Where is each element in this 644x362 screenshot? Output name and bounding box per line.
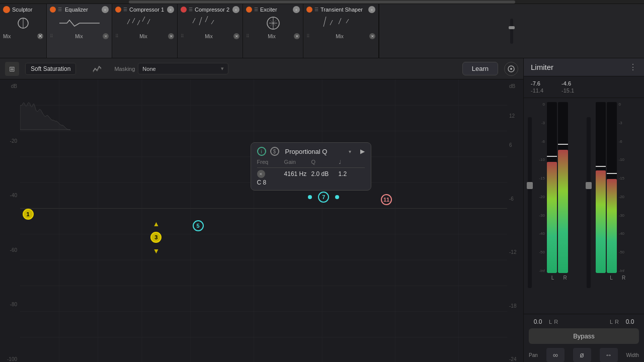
svg-line-18 — [339, 18, 341, 24]
bottom-icons: Pan ∞ ø ↔ Width — [529, 348, 639, 362]
compressor1-close[interactable]: ● — [167, 6, 174, 13]
transient-close[interactable]: ● — [368, 6, 375, 13]
transient-footer: ⠿ Mix ✕ — [306, 33, 375, 39]
gr-thumb-right[interactable] — [586, 182, 592, 189]
compressor2-x[interactable]: ✕ — [233, 33, 239, 39]
svg-line-4 — [137, 20, 140, 25]
plugin-item-compressor1[interactable]: ☰ Compressor 1 ● ⠿ Mix ✕ — [112, 4, 178, 58]
band-dropdown-arrow[interactable]: ▾ — [349, 149, 351, 154]
comp2-drag[interactable]: ⠿ — [181, 34, 184, 39]
compressor2-footer: ⠿ Mix ✕ — [181, 33, 239, 39]
eq-dot-left[interactable] — [308, 195, 312, 199]
band-q-val: 1.2 — [339, 170, 365, 177]
eq-node-7[interactable]: 7 — [318, 192, 329, 203]
exciter-name: Exciter — [260, 7, 291, 13]
eq-node-7-group: 7 — [308, 192, 339, 203]
fader-thumb[interactable] — [509, 26, 515, 29]
plugin-item-equalizer[interactable]: ☰ Equalizer ● ⠿ Mix ✕ — [47, 4, 112, 58]
meters-area: 0 -3 -6 -10 -15 -20 -30 -40 -50 -Inf — [524, 98, 644, 314]
equalizer-power[interactable] — [50, 7, 56, 13]
limiter-menu-btn[interactable]: ⋮ — [629, 62, 637, 72]
exciter-footer: ⠿ Mix ✕ — [246, 33, 300, 39]
eq-drag-handle[interactable]: ⠿ — [50, 34, 53, 39]
band-freq-val: 4161 Hz — [284, 170, 310, 177]
masking-dropdown[interactable]: None ▾ — [138, 63, 228, 74]
sculptor-close[interactable]: ✕ — [37, 33, 43, 39]
db-scale-right: 0 -3 -6 -10 -15 -20 -30 -40 -50 -Inf — [618, 102, 627, 273]
link-button[interactable]: ∞ — [546, 348, 565, 362]
masking-chevron: ▾ — [221, 65, 224, 72]
eq-node-11[interactable]: 11 — [381, 194, 392, 205]
equalizer-x[interactable]: ✕ — [103, 33, 109, 39]
plugin-item-compressor2[interactable]: ☰ Compressor 2 ● ⠿ Mix ✕ — [178, 4, 243, 58]
left-r-label: R — [563, 275, 567, 281]
compressor1-power[interactable] — [115, 7, 121, 13]
gr-thumb[interactable] — [527, 182, 533, 189]
plugin-item-exciter[interactable]: ☰ Exciter ● ⠿ Mix ✕ — [243, 4, 303, 58]
plugin-chain: Sculptor Mix ✕ ☰ Equalizer ● — [0, 4, 644, 58]
eq-node-1[interactable]: 1 — [23, 209, 34, 220]
band-popup[interactable]: i $ Proportional Q ▾ ▶ Freq Gain Q ♩ ✕ 4… — [251, 142, 371, 191]
right-panel: Limiter ⋮ -7.6 -11.4 -4.6 -15.1 — [523, 58, 644, 362]
equalizer-close[interactable]: ● — [102, 6, 109, 13]
phase-icon: ø — [580, 351, 584, 359]
learn-button[interactable]: Learn — [462, 62, 498, 75]
transient-power[interactable] — [306, 7, 312, 13]
sculptor-viz — [3, 14, 43, 32]
exciter-drag[interactable]: ⠿ — [246, 34, 250, 39]
eq-preset-name[interactable]: Soft Saturation — [25, 63, 76, 75]
plugin-item-transient-shaper[interactable]: ☰ Transient Shaper ● ⠿ Mix ✕ — [303, 4, 379, 58]
compressor2-name: Compressor 2 — [195, 7, 230, 13]
meter-left-val1: -7.6 — [531, 80, 543, 86]
equalizer-mix: Mix — [75, 34, 83, 39]
plugin-item-sculptor[interactable]: Sculptor Mix ✕ — [0, 4, 47, 58]
width-label: Width — [626, 352, 639, 358]
band-info-icon[interactable]: i — [257, 147, 266, 156]
band-popup-vals: ✕ 4161 Hz 2.0 dB 1.2 C 8 — [257, 170, 365, 186]
svg-line-2 — [127, 19, 130, 24]
transient-x[interactable]: ✕ — [369, 33, 375, 39]
eq-node-3[interactable]: 3 — [150, 232, 162, 243]
exciter-power[interactable] — [246, 7, 252, 13]
svg-line-19 — [346, 19, 349, 23]
compressor2-power[interactable] — [181, 7, 187, 13]
eq-canvas[interactable]: dB -20 -40 -60 -80 -100 dB 12 6 -6 — [0, 79, 523, 362]
compressor2-header: ☰ Compressor 2 ● — [181, 6, 239, 13]
meter-values-top: -7.6 -11.4 -4.6 -15.1 — [524, 76, 644, 98]
plugin-chain-scrollbar[interactable] — [0, 0, 644, 4]
db-labels-right: dB 12 6 -6 -12 -18 -24 — [507, 79, 523, 362]
eq-node-11-label: 11 — [383, 197, 389, 203]
scrollbar-thumb[interactable] — [129, 1, 515, 4]
transient-viz — [321, 14, 361, 32]
phase-button[interactable]: ø — [573, 348, 591, 362]
sculptor-power[interactable] — [3, 6, 10, 13]
expand-button[interactable]: ↔ — [600, 348, 618, 362]
compressor2-close[interactable]: ● — [232, 6, 239, 13]
width-l: L — [610, 319, 613, 325]
band-close-btn[interactable]: ✕ — [257, 170, 265, 178]
comp1-drag[interactable]: ⠿ — [115, 34, 119, 39]
col-freq: Freq — [257, 159, 283, 165]
band-play-btn[interactable]: ▶ — [360, 148, 365, 155]
meter-col-right: -4.6 -15.1 — [561, 80, 574, 94]
exciter-close[interactable]: ● — [293, 6, 300, 13]
exciter-x[interactable]: ✕ — [294, 33, 300, 39]
eq-grid-button[interactable]: ⊞ — [5, 62, 19, 76]
svg-line-5 — [142, 17, 145, 22]
pan-display: 0.0 L R — [529, 318, 558, 325]
left-meter-group: 0 -3 -6 -10 -15 -20 -30 -40 -50 -Inf — [537, 102, 582, 281]
compressor1-x[interactable]: ✕ — [168, 33, 174, 39]
gr-slider-right-track[interactable] — [587, 117, 591, 288]
bypass-button[interactable]: Bypass — [529, 328, 639, 344]
scope-button[interactable] — [504, 62, 518, 76]
col-gain: Gain — [284, 159, 310, 165]
gr-slider[interactable] — [528, 117, 532, 288]
eq-node-3-arrow-up: ▲ — [152, 220, 159, 228]
transient-mix: Mix — [336, 34, 344, 39]
transient-drag[interactable]: ⠿ — [306, 34, 310, 39]
plugin-fader[interactable] — [510, 19, 513, 44]
band-dollar-icon[interactable]: $ — [270, 147, 279, 156]
svg-line-9 — [205, 16, 208, 22]
eq-node-5[interactable]: 5 — [193, 220, 204, 231]
eq-dot-right[interactable] — [335, 195, 339, 199]
